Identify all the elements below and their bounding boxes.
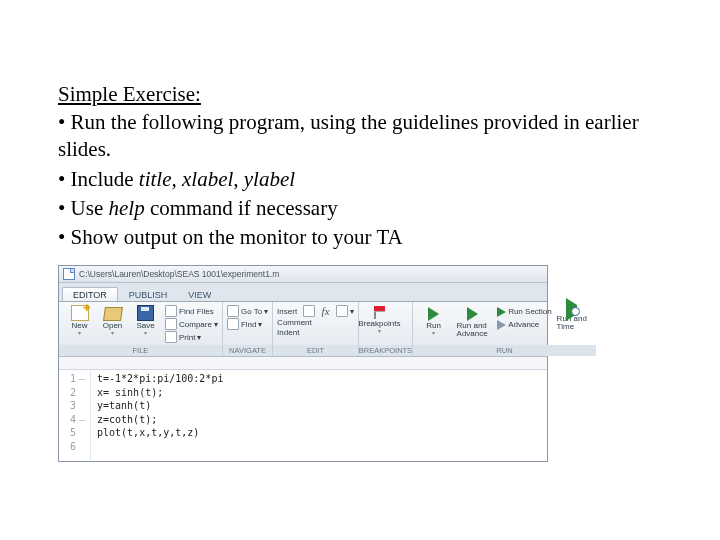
code-line <box>97 440 223 454</box>
slide-heading: Simple Exercise: <box>58 82 662 107</box>
group-file: New▾ Open▾ Save▾ Find Files Compare ▾ Pr… <box>59 302 223 356</box>
find-button[interactable]: Find ▾ <box>227 318 268 330</box>
group-label-edit: EDIT <box>273 345 358 356</box>
fx-icon: fx <box>322 305 330 317</box>
group-label-file: FILE <box>59 345 222 356</box>
line-gutter: 1– 2 3 4– 5 6 <box>59 370 91 461</box>
run-and-time-button[interactable]: Run and Time <box>552 305 592 331</box>
run-advance-play-icon <box>467 307 478 321</box>
save-disk-icon <box>137 305 154 321</box>
new-button[interactable]: New▾ <box>63 305 96 336</box>
document-icon <box>63 268 75 280</box>
group-label-navigate: NAVIGATE <box>223 345 272 356</box>
tab-publish[interactable]: PUBLISH <box>119 288 178 301</box>
window-titlebar: C:\Users\Lauren\Desktop\SEAS 1001\experi… <box>59 266 547 283</box>
compare-icon <box>165 318 177 330</box>
slide-body: • Run the following program, using the g… <box>58 109 662 251</box>
insert-extra-icon <box>336 305 348 317</box>
code-editor[interactable]: 1– 2 3 4– 5 6 t=-1*2*pi:pi/100:2*pi x= s… <box>59 370 547 461</box>
file-path: C:\Users\Lauren\Desktop\SEAS 1001\experi… <box>79 269 279 279</box>
code-line: plot(t,x,t,y,t,z) <box>97 426 223 440</box>
tab-view[interactable]: VIEW <box>178 288 221 301</box>
group-label-breakpoints: BREAKPOINTS <box>359 345 412 356</box>
run-section-icon <box>497 307 506 317</box>
bullet-1: • Run the following program, using the g… <box>58 109 662 164</box>
code-area[interactable]: t=-1*2*pi:pi/100:2*pi x= sinh(t); y=tanh… <box>91 370 229 461</box>
advance-button[interactable]: Advance <box>497 318 552 330</box>
bullet-4: • Show output on the monitor to your TA <box>58 224 662 251</box>
breakpoint-flag-icon <box>374 306 385 319</box>
bullet-2: • Include title, xlabel, ylabel <box>58 166 662 193</box>
bullet-3: • Use help command if necessary <box>58 195 662 222</box>
ribbon-toolbar: New▾ Open▾ Save▾ Find Files Compare ▾ Pr… <box>59 302 547 357</box>
goto-icon <box>227 305 239 317</box>
insert-button[interactable]: Insert fx ▾ <box>277 305 354 317</box>
breakpoints-button[interactable]: Breakpoints▾ <box>363 305 396 334</box>
code-line: z=coth(t); <box>97 413 223 427</box>
comment-button[interactable]: Comment <box>277 318 354 327</box>
find-icon <box>227 318 239 330</box>
group-edit: Insert fx ▾ Comment Indent EDIT <box>273 302 359 356</box>
group-run: Run▾ Run and Advance Run Section Advance… <box>413 302 596 356</box>
indent-button[interactable]: Indent <box>277 328 354 337</box>
print-button[interactable]: Print ▾ <box>165 331 218 343</box>
group-label-run: RUN <box>413 345 596 356</box>
compare-button[interactable]: Compare ▾ <box>165 318 218 330</box>
new-file-icon <box>71 305 89 321</box>
print-icon <box>165 331 177 343</box>
goto-button[interactable]: Go To ▾ <box>227 305 268 317</box>
run-button[interactable]: Run▾ <box>417 305 450 336</box>
open-folder-icon <box>103 307 123 321</box>
matlab-editor-screenshot: C:\Users\Lauren\Desktop\SEAS 1001\experi… <box>58 265 548 462</box>
code-line: x= sinh(t); <box>97 386 223 400</box>
group-breakpoints: Breakpoints▾ BREAKPOINTS <box>359 302 413 356</box>
insert-icon <box>303 305 315 317</box>
code-line: t=-1*2*pi:pi/100:2*pi <box>97 372 223 386</box>
save-button[interactable]: Save▾ <box>129 305 162 336</box>
ribbon-tabs: EDITOR PUBLISH VIEW <box>59 283 547 302</box>
secondary-group-strip <box>59 357 547 370</box>
run-section-button[interactable]: Run Section <box>497 305 552 317</box>
tab-editor[interactable]: EDITOR <box>62 287 118 301</box>
open-button[interactable]: Open▾ <box>96 305 129 336</box>
find-files-icon <box>165 305 177 317</box>
group-navigate: Go To ▾ Find ▾ NAVIGATE <box>223 302 273 356</box>
run-play-icon <box>428 307 439 321</box>
find-files-button[interactable]: Find Files <box>165 305 218 317</box>
code-line: y=tanh(t) <box>97 399 223 413</box>
advance-icon <box>497 320 506 330</box>
run-and-advance-button[interactable]: Run and Advance <box>450 305 494 338</box>
